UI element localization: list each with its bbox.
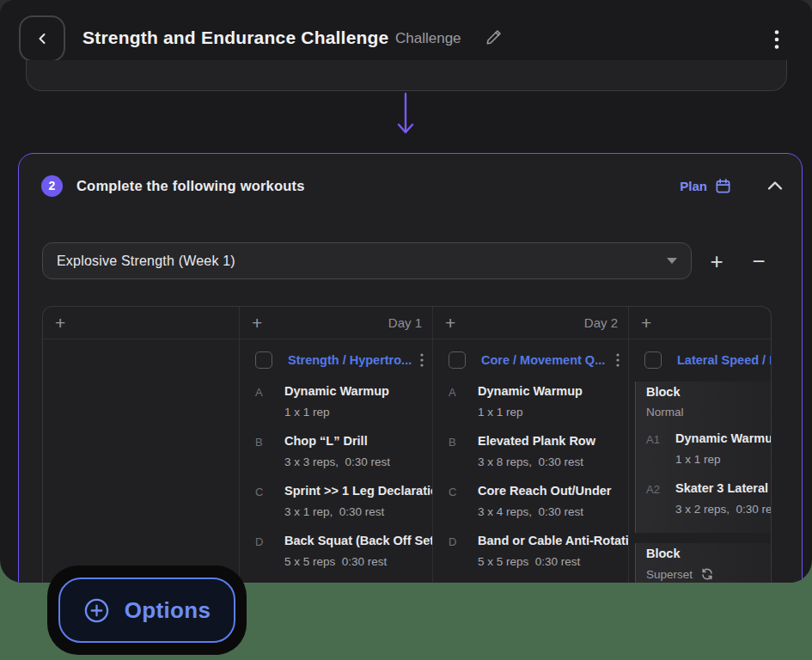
exercise-detail: 1 x 1 rep [675, 453, 771, 466]
back-button[interactable] [19, 15, 65, 62]
chevron-up-icon [767, 180, 783, 191]
workout-title-row: Strength / Hypertro... [240, 347, 432, 373]
kebab-icon [420, 353, 424, 367]
workout-menu-button[interactable] [418, 351, 425, 369]
exercise-name: Dynamic Warmup [284, 384, 432, 399]
exercise-detail: 3 x 8 reps, 0:30 rest [478, 455, 628, 468]
workout-title-row: Lateral Speed / Ply [629, 347, 771, 373]
workout-title-link[interactable]: Strength / Hypertro... [288, 353, 418, 367]
exercise-name: Band or Cable Anti-Rotati... [478, 534, 628, 548]
remove-week-button[interactable]: − [742, 245, 775, 278]
add-week-button[interactable]: + [700, 245, 733, 278]
arrow-down-icon [395, 92, 416, 137]
circle-plus-icon [83, 597, 110, 624]
options-label: Options [125, 597, 211, 624]
plan-label: Plan [680, 179, 707, 193]
exercise-label: A2 [646, 481, 675, 496]
exercise-row[interactable]: B Chop “L” Drill 3 x 3 reps, 0:30 rest [240, 434, 432, 468]
grid-column-day3: + Lateral Speed / Ply Block Normal A1 D [629, 307, 771, 583]
exercise-name: Elevated Plank Row [478, 434, 628, 449]
grid-header-cell: + [629, 307, 771, 339]
workout-checkbox[interactable] [644, 351, 662, 369]
exercise-row[interactable]: A1 Dynamic Warmup 1 x 1 rep [646, 431, 771, 466]
previous-step-card[interactable] [26, 60, 787, 91]
exercise-label: A [255, 384, 284, 399]
block-title: Block [646, 385, 771, 399]
exercise-row[interactable]: A Dynamic Warmup 1 x 1 rep [240, 384, 432, 419]
pencil-icon[interactable] [485, 28, 503, 46]
grid-column-rest: + [43, 307, 240, 583]
grid-header-cell: + Day 2 [433, 307, 628, 339]
workout-title-link[interactable]: Lateral Speed / Ply [677, 353, 771, 367]
exercise-name: Back Squat (Back Off Set) [284, 534, 432, 548]
workout-title-link[interactable]: Core / Movement Q... [481, 353, 614, 367]
overflow-menu-button[interactable] [761, 24, 792, 55]
block-section: Block Normal A1 Dynamic Warmup 1 x 1 rep… [635, 382, 771, 533]
exercise-row[interactable]: D Back Squat (Back Off Set) 5 x 5 reps 0… [240, 534, 432, 568]
step-card: 2 Complete the following workouts Plan E… [18, 153, 803, 583]
exercise-detail: 3 x 1 rep, 0:30 rest [284, 505, 432, 518]
exercise-row[interactable]: C Sprint >> 1 Leg Declarations 3 x 1 rep… [240, 484, 432, 518]
day-label: Day 2 [584, 315, 618, 330]
exercise-row[interactable]: A Dynamic Warmup 1 x 1 rep [433, 384, 628, 419]
exercise-row[interactable]: C Core Reach Out/Under 3 x 4 reps, 0:30 … [433, 484, 628, 518]
grid-column-day1: + Day 1 Strength / Hypertro... A [240, 307, 433, 583]
block-title: Block [646, 547, 771, 560]
grid-cell-empty [43, 339, 239, 583]
exercise-detail: 3 x 4 reps, 0:30 rest [478, 505, 628, 518]
exercise-label: C [449, 484, 478, 498]
exercise-detail: 5 x 5 reps 0:30 rest [284, 555, 432, 568]
exercise-name: Skater 3 Lateral Ho [675, 481, 771, 496]
workout-checkbox[interactable] [255, 351, 272, 369]
exercise-detail: 5 x 5 reps 0:30 rest [478, 555, 628, 568]
exercise-name: Dynamic Warmup [478, 384, 628, 399]
add-workout-button[interactable]: + [252, 315, 262, 332]
exercise-detail: 1 x 1 rep [284, 406, 432, 419]
exercise-name: Chop “L” Drill [284, 434, 432, 449]
workout-grid: + + Day 1 Strength / Hypertro... [42, 306, 772, 583]
step-header: 2 Complete the following workouts Plan [41, 167, 783, 205]
plan-link[interactable]: Plan [680, 178, 731, 194]
grid-header-cell: + [43, 307, 239, 339]
exercise-name: Dynamic Warmup [675, 431, 771, 446]
exercise-label: B [255, 434, 284, 449]
week-select-value: Explosive Strength (Week 1) [57, 254, 667, 269]
exercise-label: C [255, 484, 284, 498]
kebab-icon [774, 29, 779, 50]
step-number-badge: 2 [41, 175, 63, 197]
collapse-step-button[interactable] [767, 180, 783, 191]
step-title: Complete the following workouts [76, 178, 305, 194]
exercise-row[interactable]: D Band or Cable Anti-Rotati... 5 x 5 rep… [433, 534, 628, 568]
app-window: Strength and Endurance Challenge Challen… [0, 0, 812, 583]
add-workout-button[interactable]: + [445, 315, 455, 332]
block-mode: Normal [646, 406, 771, 419]
exercise-name: Core Reach Out/Under [478, 484, 628, 498]
grid-column-day2: + Day 2 Core / Movement Q... A D [433, 307, 629, 583]
workout-menu-button[interactable] [614, 351, 621, 369]
exercise-row[interactable]: B Elevated Plank Row 3 x 8 reps, 0:30 re… [433, 434, 628, 468]
top-bar: Strength and Endurance Challenge Challen… [0, 0, 812, 69]
chevron-left-icon [34, 30, 51, 47]
calendar-icon [715, 178, 731, 194]
superset-cycle-icon [700, 567, 714, 581]
caret-down-icon [667, 258, 677, 264]
workout-title-row: Core / Movement Q... [433, 347, 628, 373]
add-workout-button[interactable]: + [641, 315, 651, 332]
workout-card: Strength / Hypertro... A Dynamic Warmup … [240, 339, 432, 583]
exercise-label: B [449, 434, 478, 449]
exercise-row[interactable]: A2 Skater 3 Lateral Ho 3 x 2 reps, 0:30 … [646, 481, 771, 516]
page-title: Strength and Endurance Challenge [82, 28, 388, 48]
week-select[interactable]: Explosive Strength (Week 1) [42, 242, 692, 279]
workout-checkbox[interactable] [449, 351, 466, 369]
exercise-detail: 1 x 1 rep [478, 406, 628, 419]
options-highlight-ring: Options [47, 565, 247, 655]
block-mode: Superset [646, 568, 693, 581]
exercise-label: A1 [646, 431, 675, 446]
options-button[interactable]: Options [58, 578, 235, 643]
exercise-detail: 3 x 2 reps, 0:30 re [675, 503, 771, 516]
add-workout-button[interactable]: + [55, 315, 65, 332]
challenge-type-label: Challenge [395, 30, 461, 47]
exercise-label: A [449, 384, 478, 399]
block-section: Block Superset [635, 543, 771, 583]
exercise-label: D [449, 534, 478, 548]
